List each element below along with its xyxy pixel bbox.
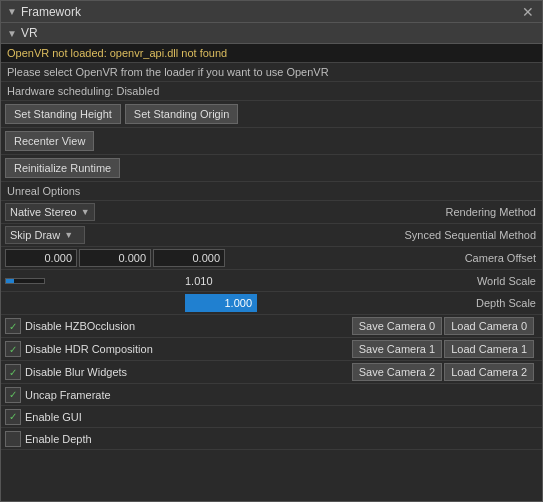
world-scale-row: 1.010 World Scale <box>1 270 542 292</box>
rendering-method-arrow-icon: ▼ <box>81 207 90 217</box>
skip-draw-row: Skip Draw ▼ Synced Sequential Method <box>1 224 542 247</box>
vr-section-header: ▼ VR <box>1 23 542 44</box>
camera-offset-nums <box>5 249 225 267</box>
depth-label: Enable Depth <box>25 433 538 445</box>
camera-offset-inputs <box>1 247 459 269</box>
gui-check-mark: ✓ <box>9 411 17 422</box>
vr-section-label: VR <box>21 26 38 40</box>
depth-scale-input[interactable] <box>185 294 257 312</box>
recenter-view-button[interactable]: Recenter View <box>5 131 94 151</box>
gui-checkbox[interactable]: ✓ <box>5 409 21 425</box>
camera-offset-label: Camera Offset <box>459 250 542 266</box>
depth-scale-slider-area <box>1 301 181 305</box>
openvr-warning: OpenVR not loaded: openvr_api.dll not fo… <box>1 44 542 63</box>
world-scale-label: World Scale <box>471 273 542 289</box>
hdr-checkbox[interactable]: ✓ <box>5 341 21 357</box>
camera2-btns: Save Camera 2 Load Camera 2 <box>352 363 538 381</box>
title-bar: ▼ Framework ✕ <box>1 1 542 23</box>
unreal-options-label: Unreal Options <box>1 182 542 201</box>
close-button[interactable]: ✕ <box>520 5 536 19</box>
camera-offset-y-input[interactable] <box>79 249 151 267</box>
camera-offset-x-input[interactable] <box>5 249 77 267</box>
skip-draw-arrow-icon: ▼ <box>64 230 73 240</box>
depth-scale-label: Depth Scale <box>470 295 542 311</box>
blur-checkbox[interactable]: ✓ <box>5 364 21 380</box>
load-camera-0-button[interactable]: Load Camera 0 <box>444 317 534 335</box>
hzb-label: Disable HZBOcclusion <box>25 320 348 332</box>
skip-draw-value-area: Skip Draw ▼ <box>1 224 399 246</box>
set-standing-height-button[interactable]: Set Standing Height <box>5 104 121 124</box>
title-chevron-icon: ▼ <box>7 6 17 17</box>
world-scale-value: 1.010 <box>185 275 213 287</box>
load-camera-1-button[interactable]: Load Camera 1 <box>444 340 534 358</box>
camera-offset-row: Camera Offset <box>1 247 542 270</box>
synced-method-value: Synced Sequential Method <box>399 227 542 243</box>
framework-window: ▼ Framework ✕ ▼ VR OpenVR not loaded: op… <box>0 0 543 502</box>
hardware-scheduling: Hardware scheduling: Disabled <box>1 82 542 101</box>
window-title: Framework <box>21 5 81 19</box>
openvr-info: Please select OpenVR from the loader if … <box>1 63 542 82</box>
camera0-btns: Save Camera 0 Load Camera 0 <box>352 317 538 335</box>
check-blur-row: ✓ Disable Blur Widgets Save Camera 2 Loa… <box>1 361 542 384</box>
vr-chevron-icon: ▼ <box>7 28 17 39</box>
skip-draw-value: Skip Draw <box>10 229 60 241</box>
rendering-method-value: Native Stereo <box>10 206 77 218</box>
save-camera-0-button[interactable]: Save Camera 0 <box>352 317 442 335</box>
gui-label: Enable GUI <box>25 411 538 423</box>
camera-offset-z-input[interactable] <box>153 249 225 267</box>
skip-draw-dropdown[interactable]: Skip Draw ▼ <box>5 226 85 244</box>
check-hdr-row: ✓ Disable HDR Composition Save Camera 1 … <box>1 338 542 361</box>
check-uncap-row: ✓ Uncap Framerate <box>1 384 542 406</box>
blur-label: Disable Blur Widgets <box>25 366 348 378</box>
load-camera-2-button[interactable]: Load Camera 2 <box>444 363 534 381</box>
rendering-method-value-area: Native Stereo ▼ <box>1 201 439 223</box>
camera1-btns: Save Camera 1 Load Camera 1 <box>352 340 538 358</box>
set-standing-origin-button[interactable]: Set Standing Origin <box>125 104 238 124</box>
rendering-method-dropdown[interactable]: Native Stereo ▼ <box>5 203 95 221</box>
check-depth-row: Enable Depth <box>1 428 542 450</box>
world-scale-val-area: 1.010 <box>181 273 471 289</box>
depth-scale-row: Depth Scale <box>1 292 542 315</box>
blur-check-mark: ✓ <box>9 367 17 378</box>
recenter-row: Recenter View <box>1 128 542 155</box>
save-camera-1-button[interactable]: Save Camera 1 <box>352 340 442 358</box>
hzb-checkbox[interactable]: ✓ <box>5 318 21 334</box>
save-camera-2-button[interactable]: Save Camera 2 <box>352 363 442 381</box>
uncap-checkbox[interactable]: ✓ <box>5 387 21 403</box>
uncap-check-mark: ✓ <box>9 389 17 400</box>
hdr-check-mark: ✓ <box>9 344 17 355</box>
hdr-label: Disable HDR Composition <box>25 343 348 355</box>
world-scale-track[interactable] <box>5 278 45 284</box>
rendering-method-row: Native Stereo ▼ Rendering Method <box>1 201 542 224</box>
depth-checkbox[interactable] <box>5 431 21 447</box>
check-hzb-row: ✓ Disable HZBOcclusion Save Camera 0 Loa… <box>1 315 542 338</box>
reinitialize-row: Reinitialize Runtime <box>1 155 542 182</box>
standing-btns-row: Set Standing Height Set Standing Origin <box>1 101 542 128</box>
reinitialize-runtime-button[interactable]: Reinitialize Runtime <box>5 158 120 178</box>
rendering-method-label: Rendering Method <box>439 204 542 220</box>
world-scale-slider-area <box>1 276 181 286</box>
world-scale-fill <box>6 279 14 283</box>
depth-scale-val-area <box>181 292 470 314</box>
uncap-label: Uncap Framerate <box>25 389 538 401</box>
content-area: ▼ VR OpenVR not loaded: openvr_api.dll n… <box>1 23 542 501</box>
hzb-check-mark: ✓ <box>9 321 17 332</box>
title-bar-left: ▼ Framework <box>7 5 81 19</box>
check-gui-row: ✓ Enable GUI <box>1 406 542 428</box>
